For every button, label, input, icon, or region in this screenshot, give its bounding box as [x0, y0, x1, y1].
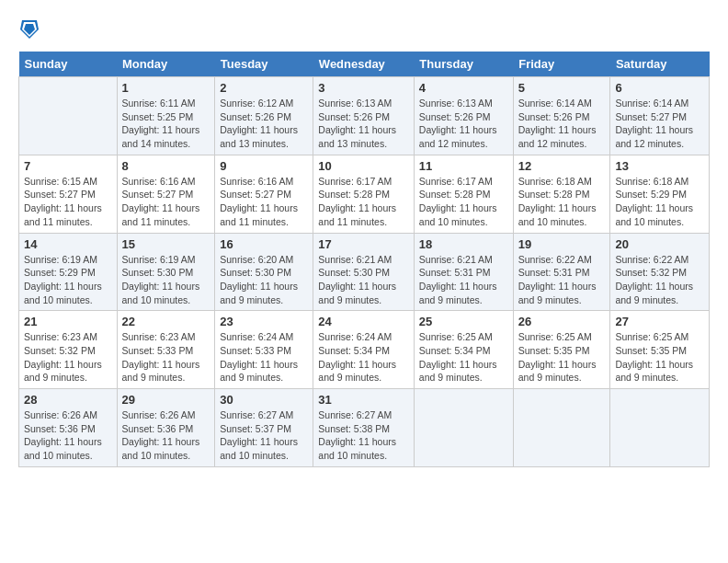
- calendar-cell: 8Sunrise: 6:16 AMSunset: 5:27 PMDaylight…: [117, 155, 215, 233]
- day-number: 14: [24, 237, 112, 251]
- day-info: Sunrise: 6:23 AMSunset: 5:32 PMDaylight:…: [24, 330, 112, 385]
- day-number: 17: [318, 237, 409, 251]
- day-info: Sunrise: 6:25 AMSunset: 5:35 PMDaylight:…: [518, 330, 606, 385]
- day-info: Sunrise: 6:22 AMSunset: 5:31 PMDaylight:…: [518, 253, 606, 307]
- day-number: 2: [220, 81, 308, 95]
- day-info: Sunrise: 6:16 AMSunset: 5:27 PMDaylight:…: [220, 175, 308, 229]
- day-number: 27: [615, 315, 704, 328]
- calendar-cell: 29Sunrise: 6:26 AMSunset: 5:36 PMDayligh…: [117, 389, 215, 467]
- header-tuesday: Tuesday: [215, 52, 313, 77]
- week-row-1: 1Sunrise: 6:11 AMSunset: 5:25 PMDaylight…: [19, 77, 710, 155]
- day-number: 30: [220, 393, 308, 407]
- day-number: 28: [24, 393, 112, 407]
- week-row-5: 28Sunrise: 6:26 AMSunset: 5:36 PMDayligh…: [19, 389, 710, 467]
- calendar-cell: 2Sunrise: 6:12 AMSunset: 5:26 PMDaylight…: [215, 77, 313, 155]
- day-number: 12: [518, 159, 606, 173]
- day-info: Sunrise: 6:18 AMSunset: 5:29 PMDaylight:…: [615, 175, 704, 229]
- header-friday: Friday: [513, 52, 610, 77]
- calendar-cell: 16Sunrise: 6:20 AMSunset: 5:30 PMDayligh…: [215, 233, 313, 311]
- calendar-cell: 26Sunrise: 6:25 AMSunset: 5:35 PMDayligh…: [513, 311, 610, 389]
- day-number: 3: [318, 81, 409, 95]
- calendar-cell: 6Sunrise: 6:14 AMSunset: 5:27 PMDaylight…: [610, 77, 710, 155]
- page-header: [18, 18, 710, 42]
- day-number: 29: [122, 393, 210, 407]
- day-number: 6: [615, 81, 704, 95]
- day-info: Sunrise: 6:26 AMSunset: 5:36 PMDaylight:…: [24, 408, 112, 463]
- calendar-cell: 25Sunrise: 6:25 AMSunset: 5:34 PMDayligh…: [414, 311, 513, 389]
- week-row-4: 21Sunrise: 6:23 AMSunset: 5:32 PMDayligh…: [19, 311, 710, 389]
- day-number: 19: [518, 237, 606, 251]
- calendar-cell: 31Sunrise: 6:27 AMSunset: 5:38 PMDayligh…: [313, 389, 415, 467]
- header-wednesday: Wednesday: [313, 52, 415, 77]
- day-info: Sunrise: 6:19 AMSunset: 5:29 PMDaylight:…: [24, 253, 112, 307]
- day-number: 1: [122, 81, 210, 95]
- week-row-2: 7Sunrise: 6:15 AMSunset: 5:27 PMDaylight…: [19, 155, 710, 233]
- calendar-cell: 5Sunrise: 6:14 AMSunset: 5:26 PMDaylight…: [513, 77, 610, 155]
- day-number: 10: [318, 159, 409, 173]
- day-number: 15: [122, 237, 210, 251]
- day-info: Sunrise: 6:18 AMSunset: 5:28 PMDaylight:…: [518, 175, 606, 229]
- calendar-cell: 27Sunrise: 6:25 AMSunset: 5:35 PMDayligh…: [610, 311, 710, 389]
- day-number: 22: [122, 315, 210, 328]
- day-info: Sunrise: 6:17 AMSunset: 5:28 PMDaylight:…: [419, 175, 508, 229]
- day-number: 24: [318, 315, 409, 328]
- calendar-cell: [610, 389, 710, 467]
- header-row: SundayMondayTuesdayWednesdayThursdayFrid…: [19, 52, 710, 77]
- day-number: 25: [419, 315, 508, 328]
- calendar-cell: [513, 389, 610, 467]
- day-info: Sunrise: 6:16 AMSunset: 5:27 PMDaylight:…: [122, 175, 210, 229]
- calendar-cell: 17Sunrise: 6:21 AMSunset: 5:30 PMDayligh…: [313, 233, 415, 311]
- day-number: 7: [24, 159, 112, 173]
- day-info: Sunrise: 6:14 AMSunset: 5:27 PMDaylight:…: [615, 97, 704, 151]
- day-info: Sunrise: 6:15 AMSunset: 5:27 PMDaylight:…: [24, 175, 112, 229]
- day-info: Sunrise: 6:23 AMSunset: 5:33 PMDaylight:…: [122, 330, 210, 385]
- day-number: 23: [220, 315, 308, 328]
- day-info: Sunrise: 6:25 AMSunset: 5:34 PMDaylight:…: [419, 330, 508, 385]
- day-info: Sunrise: 6:17 AMSunset: 5:28 PMDaylight:…: [318, 175, 409, 229]
- day-number: 16: [220, 237, 308, 251]
- calendar-table: SundayMondayTuesdayWednesdayThursdayFrid…: [18, 52, 710, 467]
- day-number: 18: [419, 237, 508, 251]
- header-sunday: Sunday: [19, 52, 118, 77]
- day-info: Sunrise: 6:27 AMSunset: 5:38 PMDaylight:…: [318, 408, 409, 463]
- day-info: Sunrise: 6:20 AMSunset: 5:30 PMDaylight:…: [220, 253, 308, 307]
- logo-icon: [20, 18, 39, 40]
- day-info: Sunrise: 6:19 AMSunset: 5:30 PMDaylight:…: [122, 253, 210, 307]
- day-number: 8: [122, 159, 210, 173]
- calendar-cell: 23Sunrise: 6:24 AMSunset: 5:33 PMDayligh…: [215, 311, 313, 389]
- calendar-cell: 12Sunrise: 6:18 AMSunset: 5:28 PMDayligh…: [513, 155, 610, 233]
- calendar-cell: 30Sunrise: 6:27 AMSunset: 5:37 PMDayligh…: [215, 389, 313, 467]
- day-info: Sunrise: 6:22 AMSunset: 5:32 PMDaylight:…: [615, 253, 704, 307]
- day-number: 4: [419, 81, 508, 95]
- header-thursday: Thursday: [414, 52, 513, 77]
- calendar-cell: 13Sunrise: 6:18 AMSunset: 5:29 PMDayligh…: [610, 155, 710, 233]
- calendar-cell: 18Sunrise: 6:21 AMSunset: 5:31 PMDayligh…: [414, 233, 513, 311]
- day-info: Sunrise: 6:13 AMSunset: 5:26 PMDaylight:…: [419, 97, 508, 151]
- day-info: Sunrise: 6:27 AMSunset: 5:37 PMDaylight:…: [220, 408, 308, 463]
- day-info: Sunrise: 6:25 AMSunset: 5:35 PMDaylight:…: [615, 330, 704, 385]
- calendar-cell: 19Sunrise: 6:22 AMSunset: 5:31 PMDayligh…: [513, 233, 610, 311]
- week-row-3: 14Sunrise: 6:19 AMSunset: 5:29 PMDayligh…: [19, 233, 710, 311]
- calendar-cell: 14Sunrise: 6:19 AMSunset: 5:29 PMDayligh…: [19, 233, 118, 311]
- calendar-cell: 28Sunrise: 6:26 AMSunset: 5:36 PMDayligh…: [19, 389, 118, 467]
- day-info: Sunrise: 6:24 AMSunset: 5:34 PMDaylight:…: [318, 330, 409, 385]
- calendar-cell: 9Sunrise: 6:16 AMSunset: 5:27 PMDaylight…: [215, 155, 313, 233]
- day-number: 21: [24, 315, 112, 328]
- day-info: Sunrise: 6:26 AMSunset: 5:36 PMDaylight:…: [122, 408, 210, 463]
- day-info: Sunrise: 6:24 AMSunset: 5:33 PMDaylight:…: [220, 330, 308, 385]
- day-info: Sunrise: 6:14 AMSunset: 5:26 PMDaylight:…: [518, 97, 606, 151]
- calendar-cell: 4Sunrise: 6:13 AMSunset: 5:26 PMDaylight…: [414, 77, 513, 155]
- calendar-cell: [414, 389, 513, 467]
- day-info: Sunrise: 6:13 AMSunset: 5:26 PMDaylight:…: [318, 97, 409, 151]
- calendar-cell: 1Sunrise: 6:11 AMSunset: 5:25 PMDaylight…: [117, 77, 215, 155]
- calendar-cell: 20Sunrise: 6:22 AMSunset: 5:32 PMDayligh…: [610, 233, 710, 311]
- day-number: 20: [615, 237, 704, 251]
- day-number: 31: [318, 393, 409, 407]
- calendar-cell: 24Sunrise: 6:24 AMSunset: 5:34 PMDayligh…: [313, 311, 415, 389]
- logo: [18, 18, 39, 42]
- day-info: Sunrise: 6:21 AMSunset: 5:30 PMDaylight:…: [318, 253, 409, 307]
- day-number: 9: [220, 159, 308, 173]
- header-monday: Monday: [117, 52, 215, 77]
- day-number: 26: [518, 315, 606, 328]
- calendar-cell: 7Sunrise: 6:15 AMSunset: 5:27 PMDaylight…: [19, 155, 118, 233]
